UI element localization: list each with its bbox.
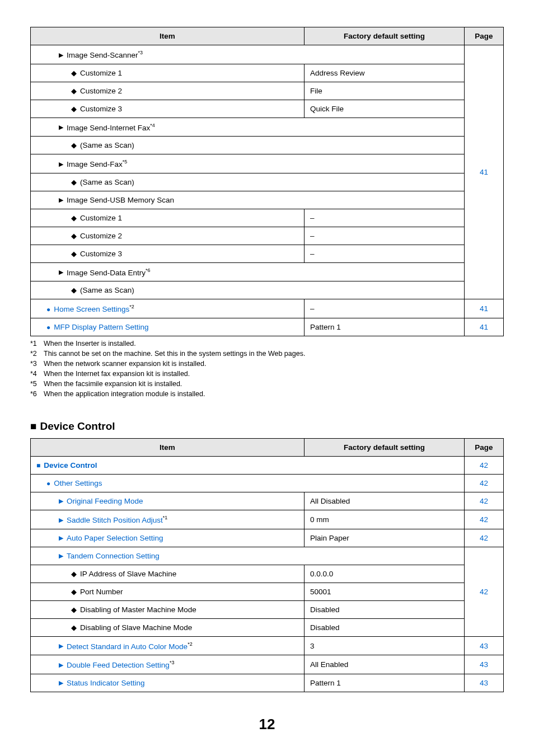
mfp-display-pattern-link[interactable]: MFP Display Pattern Setting (54, 323, 148, 331)
footnote-text: When the network scanner expansion kit i… (44, 359, 206, 369)
footnote-ref: *2 (129, 304, 134, 309)
item-label: Image Send-Scanner (67, 51, 138, 59)
other-settings-link[interactable]: Other Settings (54, 479, 102, 487)
item-label: Port Number (80, 588, 123, 596)
triangle-icon (59, 497, 67, 505)
item-label: Customize 2 (80, 232, 122, 240)
auto-paper-link[interactable]: Auto Paper Selection Setting (67, 534, 163, 542)
default-value: Pattern 1 (305, 318, 465, 336)
table-row: Customize 1 – (31, 209, 504, 227)
col-header-item: Item (31, 439, 305, 457)
triangle-icon (59, 552, 67, 560)
page-ref[interactable]: 41 (465, 299, 504, 318)
page-ref[interactable]: 42 (465, 547, 504, 636)
table-row: Original Feeding Mode All Disabled 42 (31, 492, 504, 510)
default-value: – (305, 209, 465, 227)
footnote-text: When the application integration module … (44, 389, 205, 399)
diamond-icon (71, 69, 80, 77)
page-ref[interactable]: 42 (465, 457, 504, 475)
item-label: Customize 2 (80, 87, 122, 95)
table-row: Home Screen Settings*2 – 41 (31, 299, 504, 318)
footnote-ref: *2 (188, 641, 193, 647)
col-header-page: Page (465, 439, 504, 457)
default-value: File (305, 82, 465, 100)
default-value: Address Review (305, 64, 465, 82)
footnote-text: When the Internet fax expansion kit is i… (44, 369, 190, 379)
diamond-icon (71, 286, 80, 294)
diamond-icon (71, 232, 80, 240)
table-row: Image Send-Internet Fax*4 (31, 118, 504, 137)
table-row: Status Indicator Setting Pattern 1 43 (31, 674, 504, 692)
page-ref[interactable]: 42 (465, 492, 504, 510)
page-ref[interactable]: 43 (465, 636, 504, 655)
table-row: Customize 2 File (31, 82, 504, 100)
table-row: IP Address of Slave Machine 0.0.0.0 (31, 565, 504, 583)
default-value: 50001 (305, 583, 465, 600)
tandem-connection-link[interactable]: Tandem Connection Setting (67, 552, 160, 560)
item-label: (Same as Scan) (80, 178, 134, 186)
page-ref[interactable]: 43 (465, 674, 504, 692)
table-row: (Same as Scan) (31, 281, 504, 299)
item-label: Customize 1 (80, 214, 122, 222)
triangle-icon (59, 196, 67, 204)
triangle-icon (59, 661, 67, 669)
footnote-ref: *5 (123, 159, 128, 165)
item-label: IP Address of Slave Machine (80, 570, 176, 578)
item-label: Image Send-Fax (67, 160, 123, 168)
original-feeding-mode-link[interactable]: Original Feeding Mode (67, 497, 143, 505)
footnotes: *1When the Inserter is installed. *2This… (30, 339, 504, 400)
page-ref[interactable]: 42 (465, 529, 504, 547)
page-ref[interactable]: 41 (465, 318, 504, 336)
table-row: Customize 3 – (31, 245, 504, 262)
col-header-page: Page (465, 27, 504, 45)
default-value: – (305, 299, 465, 318)
saddle-stitch-link[interactable]: Saddle Stitch Position Adjust (67, 516, 163, 524)
default-value: All Disabled (305, 492, 465, 510)
footnote-text: When the Inserter is installed. (44, 339, 136, 349)
double-feed-link[interactable]: Double Feed Detection Setting (67, 661, 170, 669)
table-row: Port Number 50001 (31, 583, 504, 600)
table-row: Image Send-Data Entry*6 (31, 262, 504, 281)
page-ref[interactable]: 43 (465, 655, 504, 674)
table-row: Disabling of Master Machine Mode Disable… (31, 600, 504, 618)
diamond-icon (71, 178, 80, 186)
page-ref[interactable]: 42 (465, 510, 504, 529)
default-value: 0.0.0.0 (305, 565, 465, 583)
footnote-key: *3 (30, 359, 44, 369)
detect-standard-link[interactable]: Detect Standard in Auto Color Mode (67, 642, 188, 650)
device-control-link[interactable]: Device Control (44, 461, 97, 469)
diamond-icon (71, 623, 80, 632)
default-value: Plain Paper (305, 529, 465, 547)
diamond-icon (71, 250, 80, 258)
home-screen-settings-link[interactable]: Home Screen Settings (54, 305, 129, 313)
footnote-key: *5 (30, 379, 44, 389)
footnote-key: *4 (30, 369, 44, 379)
page-number: 12 (30, 716, 504, 733)
diamond-icon (71, 141, 80, 149)
triangle-icon (59, 160, 67, 168)
table-row: Image Send-USB Memory Scan (31, 191, 504, 209)
item-label: (Same as Scan) (80, 141, 134, 149)
triangle-icon (59, 642, 67, 650)
triangle-icon (59, 123, 67, 132)
footnote-ref: *4 (150, 123, 155, 128)
item-label: Disabling of Slave Machine Mode (80, 623, 192, 632)
item-label: Image Send-USB Memory Scan (67, 196, 174, 204)
status-indicator-link[interactable]: Status Indicator Setting (67, 679, 145, 687)
square-icon: ■ (30, 420, 36, 433)
table-row: Other Settings 42 (31, 475, 504, 492)
page-ref[interactable]: 42 (465, 475, 504, 492)
footnote-ref: *1 (163, 515, 168, 520)
triangle-icon (59, 51, 67, 59)
table-row: (Same as Scan) (31, 173, 504, 191)
settings-table-2: Item Factory default setting Page Device… (30, 438, 504, 692)
table-row: Double Feed Detection Setting*3 All Enab… (31, 655, 504, 674)
table-row: Customize 2 – (31, 227, 504, 245)
page-ref[interactable]: 41 (465, 45, 504, 299)
item-label: Image Send-Internet Fax (67, 123, 150, 132)
circle-icon (46, 323, 54, 331)
col-header-factory: Factory default setting (305, 27, 465, 45)
footnote-ref: *6 (146, 267, 151, 273)
default-value: Disabled (305, 600, 465, 618)
item-label: Customize 3 (80, 250, 122, 258)
